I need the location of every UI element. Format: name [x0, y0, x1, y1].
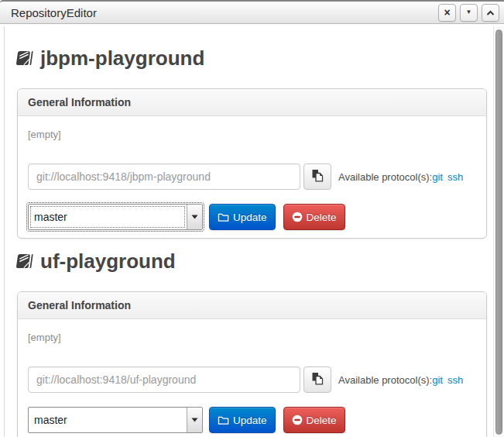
update-button[interactable]: Update — [209, 204, 276, 230]
repository-name-heading: jbpm-playground — [40, 46, 204, 70]
copy-url-button[interactable] — [303, 163, 331, 190]
panel-body: [empty] — [18, 116, 486, 238]
update-button-label: Update — [233, 415, 267, 426]
clone-url-input[interactable] — [28, 366, 300, 393]
available-protocols: Available protocol(s):gitssh — [338, 374, 463, 386]
book-icon — [15, 50, 33, 66]
repository-name-heading: uf-playground — [40, 249, 176, 273]
repository-description: [empty] — [28, 129, 476, 140]
delete-button[interactable]: Delete — [283, 407, 345, 433]
branch-select-value: master — [29, 408, 187, 432]
close-icon: × — [444, 7, 450, 18]
panel-header: General Information — [18, 292, 486, 319]
copy-icon — [311, 169, 324, 184]
window-controls: × ▼ — [438, 4, 499, 22]
clone-url-row: Available protocol(s):gitssh — [28, 366, 476, 393]
git-protocol-link[interactable]: git — [432, 374, 443, 386]
repository-description: [empty] — [28, 332, 476, 343]
branch-select[interactable]: master — [28, 204, 203, 230]
general-information-panel: General Information [empty] — [17, 291, 487, 437]
branch-actions-row: master Update — [28, 407, 476, 433]
general-information-panel: General Information [empty] — [17, 88, 487, 239]
clone-url-input[interactable] — [28, 163, 300, 190]
close-button[interactable]: × — [438, 4, 456, 22]
repository-editor-window: RepositoryEditor × ▼ — [0, 0, 504, 437]
git-protocol-link[interactable]: git — [432, 171, 443, 183]
available-protocols-label: Available protocol(s): — [338, 374, 432, 386]
available-protocols-label: Available protocol(s): — [338, 171, 432, 183]
delete-button-label: Delete — [307, 415, 337, 426]
collapse-button[interactable] — [482, 4, 499, 22]
branch-select-value: master — [29, 205, 187, 229]
delete-button[interactable]: Delete — [283, 204, 345, 230]
clone-url-row: Available protocol(s):gitssh — [28, 163, 476, 190]
scrollbar-thumb[interactable] — [495, 29, 502, 435]
repository-heading: uf-playground — [15, 249, 482, 273]
repository-heading: jbpm-playground — [15, 46, 482, 70]
branch-actions-row: master Update — [28, 204, 476, 230]
book-icon — [15, 253, 33, 269]
vertical-scrollbar[interactable] — [493, 26, 504, 437]
update-button-label: Update — [233, 212, 267, 223]
titlebar: RepositoryEditor × ▼ — [0, 0, 504, 24]
ssh-protocol-link[interactable]: ssh — [447, 171, 463, 183]
folder-icon — [218, 212, 229, 222]
delete-button-label: Delete — [307, 212, 337, 223]
folder-icon — [218, 415, 229, 425]
caret-down-icon: ▼ — [466, 9, 472, 15]
menu-caret-button[interactable]: ▼ — [460, 4, 478, 22]
panel-header: General Information — [18, 89, 486, 116]
update-button[interactable]: Update — [209, 407, 276, 433]
window-title: RepositoryEditor — [11, 6, 97, 19]
chevron-up-icon — [486, 7, 495, 19]
ssh-protocol-link[interactable]: ssh — [447, 374, 463, 386]
minus-circle-icon — [292, 212, 303, 222]
panel-body: [empty] — [18, 319, 486, 437]
available-protocols: Available protocol(s):gitssh — [338, 171, 463, 183]
editor-content: jbpm-playground General Information [emp… — [4, 26, 493, 437]
copy-url-button[interactable] — [303, 366, 331, 393]
panel-title: General Information — [28, 299, 131, 311]
panel-title: General Information — [28, 96, 131, 108]
repository-section: uf-playground General Information [empty… — [5, 249, 493, 437]
minus-circle-icon — [292, 415, 303, 425]
select-dropdown-arrow-icon — [187, 205, 202, 229]
copy-icon — [311, 372, 324, 387]
branch-select[interactable]: master — [28, 407, 203, 433]
repository-section: jbpm-playground General Information [emp… — [5, 46, 493, 239]
select-dropdown-arrow-icon — [187, 408, 202, 432]
